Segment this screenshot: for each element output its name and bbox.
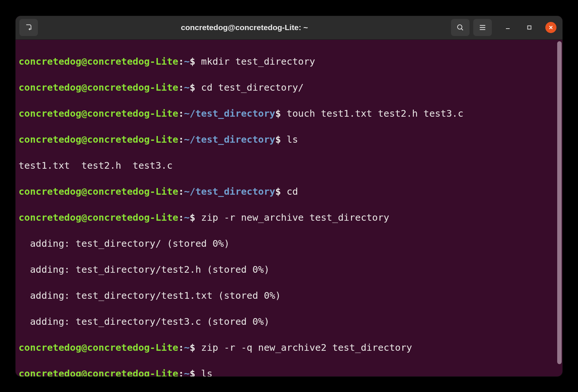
output-line: test1.txt test2.h test3.c [19, 159, 559, 172]
command: touch test1.txt test2.h test3.c [281, 108, 463, 119]
maximize-button[interactable] [524, 22, 535, 33]
command: zip -r -q new_archive2 test_directory [195, 342, 412, 353]
terminal-body[interactable]: concretedog@concretedog-Lite:~$ mkdir te… [16, 40, 562, 376]
output-line: adding: test_directory/test2.h (stored 0… [19, 263, 559, 276]
command: mkdir test_directory [195, 56, 315, 67]
svg-rect-1 [528, 26, 531, 29]
command: cd [281, 186, 298, 197]
command: zip -r new_archive test_directory [195, 212, 389, 223]
terminal-window: concretedog@concretedog-Lite: ~ concrete… [16, 16, 562, 376]
new-tab-button[interactable] [19, 19, 38, 36]
scrollbar[interactable] [557, 41, 562, 365]
prompt-path: ~ [184, 56, 189, 67]
output-line: adding: test_directory/test3.c (stored 0… [19, 315, 559, 328]
close-button[interactable] [545, 22, 556, 33]
command: ls [195, 368, 212, 376]
command: ls [281, 134, 298, 145]
command: cd test_directory/ [195, 82, 304, 93]
titlebar: concretedog@concretedog-Lite: ~ [16, 16, 562, 40]
prompt-user: concretedog@concretedog-Lite [19, 56, 178, 67]
output-line: adding: test_directory/test1.txt (stored… [19, 289, 559, 302]
minimize-button[interactable] [502, 22, 513, 33]
menu-button[interactable] [473, 19, 492, 36]
terminal-output: concretedog@concretedog-Lite:~$ mkdir te… [19, 42, 559, 376]
window-controls [502, 22, 556, 33]
window-title: concretedog@concretedog-Lite: ~ [42, 23, 447, 32]
search-button[interactable] [451, 19, 470, 36]
output-line: adding: test_directory/ (stored 0%) [19, 237, 559, 250]
